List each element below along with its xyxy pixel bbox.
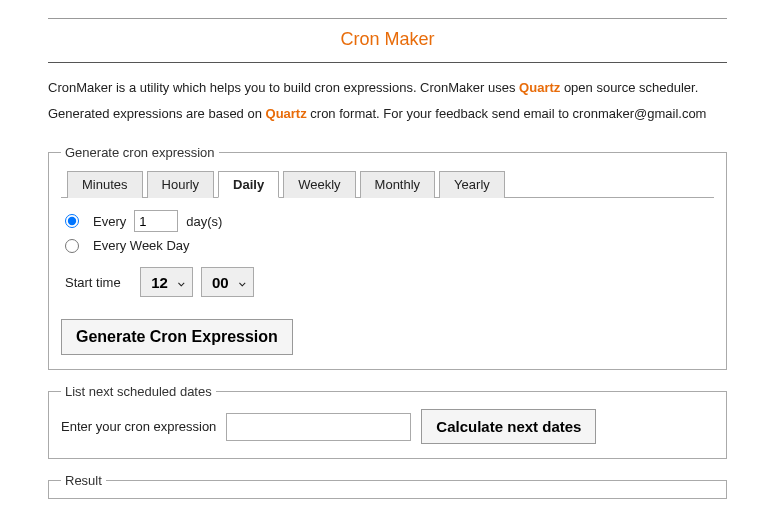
tab-minutes[interactable]: Minutes bbox=[67, 171, 143, 198]
intro-part3: cron format. For your feedback send emai… bbox=[307, 106, 573, 121]
every-days-input[interactable] bbox=[134, 210, 178, 232]
frequency-tabs: Minutes Hourly Daily Weekly Monthly Year… bbox=[61, 170, 714, 198]
top-divider bbox=[48, 18, 727, 19]
feedback-email: cronmaker@gmail.com bbox=[573, 106, 707, 121]
tab-yearly[interactable]: Yearly bbox=[439, 171, 505, 198]
tab-hourly[interactable]: Hourly bbox=[147, 171, 215, 198]
quartz-link-2[interactable]: Quartz bbox=[266, 106, 307, 121]
every-days-row: Every day(s) bbox=[61, 210, 714, 232]
minute-select[interactable]: 00 bbox=[201, 267, 254, 297]
generate-fieldset: Generate cron expression Minutes Hourly … bbox=[48, 145, 727, 370]
cron-expression-input[interactable] bbox=[226, 413, 411, 441]
hour-select[interactable]: 12 bbox=[140, 267, 193, 297]
page-title: Cron Maker bbox=[48, 29, 727, 50]
start-time-row: Start time 12 ⌵ 00 ⌵ bbox=[61, 267, 714, 297]
days-suffix: day(s) bbox=[186, 214, 222, 229]
quartz-link-1[interactable]: Quartz bbox=[519, 80, 560, 95]
tab-daily[interactable]: Daily bbox=[218, 171, 279, 198]
generate-legend: Generate cron expression bbox=[61, 145, 219, 160]
every-weekday-radio[interactable] bbox=[65, 239, 79, 253]
title-underline bbox=[48, 62, 727, 63]
intro-text: CronMaker is a utility which helps you t… bbox=[48, 75, 727, 127]
start-time-label: Start time bbox=[65, 275, 121, 290]
every-label: Every bbox=[93, 214, 126, 229]
every-days-radio[interactable] bbox=[65, 214, 79, 228]
tab-monthly[interactable]: Monthly bbox=[360, 171, 436, 198]
list-dates-legend: List next scheduled dates bbox=[61, 384, 216, 399]
calculate-button[interactable]: Calculate next dates bbox=[421, 409, 596, 444]
every-weekday-row: Every Week Day bbox=[61, 238, 714, 253]
result-fieldset: Result bbox=[48, 473, 727, 499]
tab-weekly[interactable]: Weekly bbox=[283, 171, 355, 198]
result-legend: Result bbox=[61, 473, 106, 488]
every-weekday-label: Every Week Day bbox=[93, 238, 190, 253]
cron-expression-label: Enter your cron expression bbox=[61, 419, 216, 434]
list-dates-fieldset: List next scheduled dates Enter your cro… bbox=[48, 384, 727, 459]
generate-button[interactable]: Generate Cron Expression bbox=[61, 319, 293, 355]
intro-part1: CronMaker is a utility which helps you t… bbox=[48, 80, 519, 95]
